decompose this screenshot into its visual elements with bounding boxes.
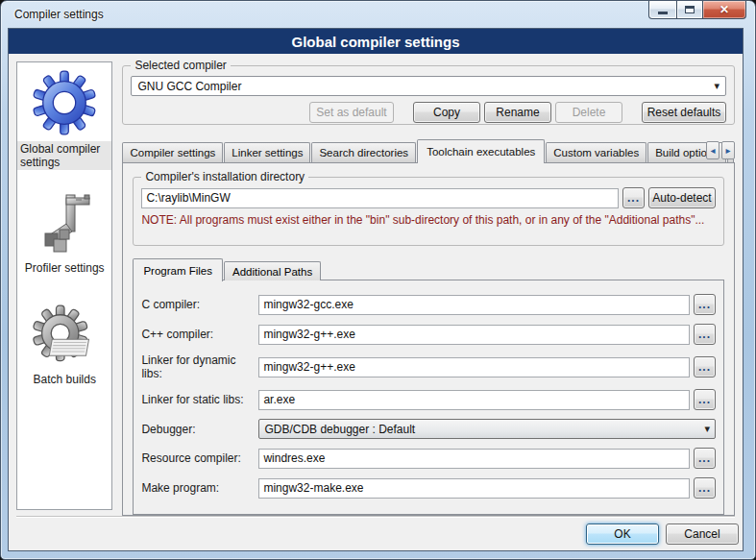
cancel-button[interactable]: Cancel [666,523,739,545]
field-row-static-linker: Linker for static libs: ... [141,389,716,410]
tab-toolchain-executables[interactable]: Toolchain executables [417,139,545,163]
sidebar-item-label: Batch builds [31,372,99,387]
debugger-select-value: GDB/CDB debugger : Default [264,423,415,436]
rename-button[interactable]: Rename [484,102,551,123]
delete-button: Delete [555,102,622,123]
chevron-down-icon: ▾ [714,80,719,92]
compiler-settings-dialog: Compiler settings ✕ Global compiler sett… [0,0,756,560]
debugger-select[interactable]: GDB/CDB debugger : Default ▾ [258,419,716,439]
sidebar-item-profiler-settings[interactable]: Profiler settings [22,193,108,276]
field-row-resource-compiler: Resource compiler: ... [141,448,716,469]
arrow-left-icon: ◂ [710,145,715,156]
sidebar-item-label: Global compiler settings [17,141,111,170]
static-linker-browse-button[interactable]: ... [694,389,716,410]
installation-directory-note: NOTE: All programs must exist either in … [141,213,716,227]
set-as-default-button: Set as default [309,102,394,123]
c-compiler-input[interactable] [258,295,690,315]
minimize-button[interactable] [648,1,677,19]
gray-gear-icon [32,304,97,366]
reset-defaults-button[interactable]: Reset defaults [642,102,726,123]
installation-directory-browse-button[interactable]: ... [622,187,645,208]
dynamic-linker-browse-button[interactable]: ... [694,356,716,377]
make-program-browse-button[interactable]: ... [694,477,716,499]
minimize-icon [658,12,668,14]
close-button[interactable]: ✕ [702,1,746,19]
settings-category-list: Global compiler settings [16,61,112,510]
field-row-dynamic-linker: Linker for dynamic libs: ... [141,353,716,380]
installation-directory-input[interactable] [141,188,619,208]
tab-compiler-settings[interactable]: Compiler settings [122,142,223,162]
c-compiler-browse-button[interactable]: ... [694,294,716,315]
field-label: Linker for static libs: [141,393,258,406]
compiler-actions: Set as default Copy Rename Delete Reset … [131,102,726,123]
sidebar-item-batch-builds[interactable]: Batch builds [31,304,99,387]
sidebar-item-label: Profiler settings [22,260,108,276]
field-label: Resource compiler: [141,451,258,465]
maximize-icon [685,6,695,13]
arrow-right-icon: ▸ [725,145,730,156]
maximize-button[interactable] [676,1,703,19]
program-files-panel: C compiler: ... C++ compiler: ... Linker… [133,280,724,515]
window-controls: ✕ [649,1,746,19]
ok-button[interactable]: OK [586,523,659,545]
compiler-select[interactable]: GNU GCC Compiler ▾ [131,76,726,96]
page-title: Global compiler settings [9,29,743,54]
tab-scroll-right-button[interactable]: ▸ [721,141,735,159]
program-files-tab-bar: Program Files Additional Paths [133,257,724,280]
make-program-input[interactable] [258,478,690,499]
tab-linker-settings[interactable]: Linker settings [224,142,310,162]
caliper-icon [34,193,95,255]
subtab-program-files[interactable]: Program Files [133,258,223,281]
resource-compiler-input[interactable] [258,449,690,469]
window-title: Compiler settings [14,8,104,21]
auto-detect-button[interactable]: Auto-detect [648,187,716,208]
dialog-client-area: Global compiler settings [8,28,744,551]
field-row-make-program: Make program: ... [141,477,716,499]
field-label: C++ compiler: [141,328,258,341]
cpp-compiler-input[interactable] [258,325,690,345]
footer-separator [16,516,735,518]
tab-search-directories[interactable]: Search directories [311,142,416,162]
toolchain-executables-page: Compiler's installation directory ... Au… [122,162,735,516]
field-row-debugger: Debugger: GDB/CDB debugger : Default ▾ [141,419,716,439]
subtab-additional-paths[interactable]: Additional Paths [224,261,321,280]
tab-scroll-left-button[interactable]: ◂ [706,141,719,159]
settings-tab-bar: Compiler settings Linker settings Search… [122,138,735,162]
tab-custom-variables[interactable]: Custom variables [546,142,646,162]
sidebar-item-global-compiler-settings[interactable]: Global compiler settings [17,70,111,170]
installation-directory-group: Compiler's installation directory ... Au… [133,177,724,246]
selected-compiler-group-label: Selected compiler [131,59,230,72]
field-row-c-compiler: C compiler: ... [141,294,716,315]
field-label: Debugger: [141,423,258,436]
dialog-footer: OK Cancel [9,516,743,552]
field-row-cpp-compiler: C++ compiler: ... [141,324,716,345]
blue-gear-icon [32,70,97,135]
cpp-compiler-browse-button[interactable]: ... [694,324,716,345]
close-icon: ✕ [719,4,729,15]
title-bar[interactable]: Compiler settings ✕ [1,1,755,28]
tab-scroll-buttons: ◂ ▸ [704,141,735,159]
compiler-select-value: GNU GCC Compiler [137,80,241,93]
selected-compiler-group: Selected compiler GNU GCC Compiler ▾ Set… [122,65,735,125]
installation-directory-group-label: Compiler's installation directory [141,170,308,183]
chevron-down-icon: ▾ [704,423,710,435]
field-label: C compiler: [141,298,258,311]
main-panel: Selected compiler GNU GCC Compiler ▾ Set… [122,54,735,516]
resource-compiler-browse-button[interactable]: ... [694,448,716,469]
field-label: Make program: [141,481,258,495]
copy-button[interactable]: Copy [413,102,480,123]
dynamic-linker-input[interactable] [258,357,690,377]
static-linker-input[interactable] [258,390,690,410]
field-label: Linker for dynamic libs: [141,353,258,380]
